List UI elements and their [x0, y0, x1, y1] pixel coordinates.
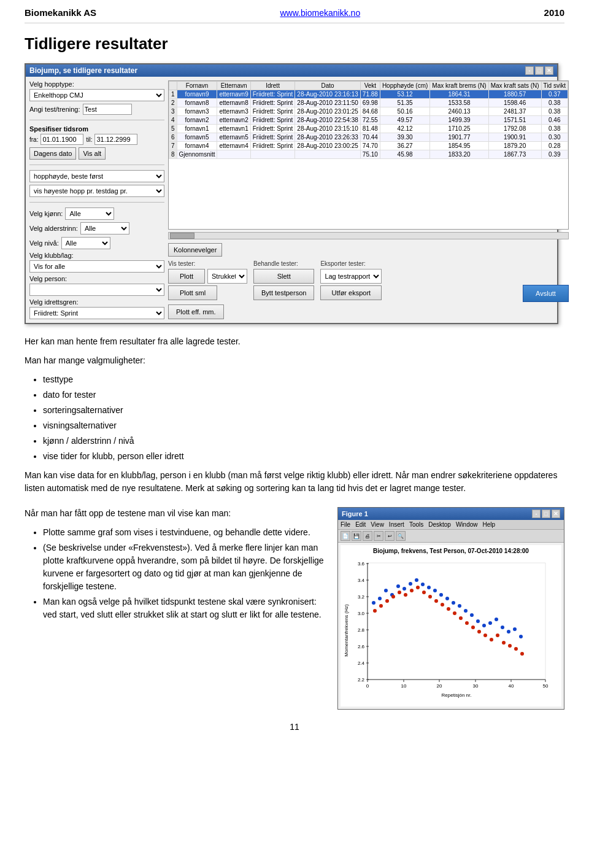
two-col-text: Når man har fått opp de testene man vil …: [25, 507, 325, 627]
angi-row: Angi test/trening:: [29, 104, 164, 115]
website-link[interactable]: www.biomekanikk.no: [280, 8, 360, 18]
bytt-testperson-button[interactable]: Bytt testperson: [253, 285, 314, 300]
menu-help[interactable]: Help: [483, 521, 496, 528]
horizontal-scrollbar[interactable]: [168, 232, 569, 239]
toolbar-btn-1[interactable]: 📄: [341, 531, 350, 541]
close-button[interactable]: ✕: [545, 66, 553, 75]
idrettsgren-group: Velg idrettsgren: Friidrett: Sprint: [29, 298, 164, 319]
utfor-eksport-button[interactable]: Utfør eksport: [320, 285, 382, 300]
kolonnevalger-button[interactable]: Kolonnevelger: [168, 243, 222, 257]
cell-fornavn: fornavn3: [177, 107, 217, 116]
svg-point-35: [384, 589, 388, 592]
toolbar-btn-2[interactable]: 💾: [352, 531, 361, 541]
idrettsgren-select[interactable]: Friidrett: Sprint: [29, 307, 164, 319]
year: 2010: [544, 7, 564, 18]
svg-text:50: 50: [543, 683, 549, 689]
plott-sml-button[interactable]: Plott sml: [168, 285, 217, 300]
table-row[interactable]: 7 fornavn4 etternavn4 Friidrett: Sprint …: [169, 142, 568, 150]
maximize-button[interactable]: □: [535, 66, 544, 75]
klubb-group: Velg klubb/lag: Vis for alle: [29, 252, 164, 273]
toolbar-btn-6[interactable]: 🔍: [396, 531, 406, 541]
toolbar-btn-3[interactable]: 🖨: [363, 531, 372, 541]
col-header-kraft-brems: Max kraft brems (N): [430, 82, 488, 90]
cell-fornavn: fornavn5: [177, 133, 217, 142]
chart-minimize[interactable]: -: [532, 510, 541, 518]
niva-select[interactable]: Alle: [61, 237, 110, 249]
dialog-titlebar-buttons: - □ ✕: [525, 66, 553, 75]
scatter-plot: 2.2 2.4 2.6 2.8 3.0 3.2 3.4 3.6 0 10: [343, 557, 552, 704]
svg-point-54: [501, 626, 504, 629]
bullets-list: testtypedato for testersorteringsalterna…: [43, 373, 564, 463]
cell-idrett: Friidrett: Sprint: [250, 99, 295, 107]
klubb-select[interactable]: Vis for alle: [29, 260, 164, 273]
hopptype-select[interactable]: Enkelthopp CMJ: [29, 89, 164, 101]
table-row[interactable]: 1 fornavn9 etternavn9 Friidrett: Sprint …: [169, 90, 568, 99]
minimize-button[interactable]: -: [525, 66, 534, 75]
sort2-select[interactable]: vis høyeste hopp pr. testdag pr.: [29, 185, 164, 197]
chart-maximize[interactable]: □: [542, 510, 550, 518]
cell-vekt: 70.44: [360, 133, 380, 142]
kjonn-select[interactable]: Alle: [65, 207, 114, 220]
svg-point-73: [465, 621, 469, 625]
cell-hopp: 53.12: [380, 90, 429, 99]
til-input[interactable]: [94, 134, 137, 145]
table-row[interactable]: 5 fornavn1 etternavn1 Friidrett: Sprint …: [169, 125, 568, 133]
menu-window[interactable]: Window: [456, 521, 478, 528]
dagens-dato-button[interactable]: Dagens dato: [29, 147, 76, 160]
separator2: [29, 165, 164, 165]
table-row[interactable]: 6 fornavn5 etternavn5 Friidrett: Sprint …: [169, 133, 568, 142]
svg-text:2.8: 2.8: [358, 627, 365, 633]
svg-text:Momentanfrekvens (Hz): Momentanfrekvens (Hz): [344, 604, 349, 657]
slett-button[interactable]: Slett: [253, 269, 314, 284]
cell-idrett: [250, 150, 295, 159]
cell-etternavn: etternavn5: [217, 133, 250, 142]
svg-text:40: 40: [509, 683, 514, 689]
results-table: Fornavn Etternavn Idrett Dato Vekt Hopph…: [169, 81, 568, 159]
cell-idrett: Friidrett: Sprint: [250, 142, 295, 150]
niva-label: Velg nivå:: [29, 239, 59, 247]
menu-insert[interactable]: Insert: [389, 521, 404, 528]
menu-tools[interactable]: Tools: [409, 521, 423, 528]
plott-button[interactable]: Plott: [168, 269, 205, 284]
eksporter-tester-label: Eksporter tester:: [320, 260, 382, 267]
table-row[interactable]: 8 Gjennomsnitt 75.10 45.98 1833.20 1867.…: [169, 150, 568, 159]
list-item: dato for tester: [43, 389, 564, 401]
vis-alt-button[interactable]: Vis alt: [79, 147, 106, 160]
plott-eff-button[interactable]: Plott eff. mm.: [168, 304, 224, 319]
svg-point-62: [398, 591, 401, 594]
svg-point-58: [373, 609, 377, 613]
svg-point-76: [483, 634, 487, 637]
svg-point-80: [508, 644, 512, 648]
lag-testrapport-select[interactable]: Lag testrapport: [320, 269, 382, 284]
fra-input[interactable]: [40, 134, 83, 145]
menu-desktop[interactable]: Desktop: [428, 521, 451, 528]
menu-file[interactable]: File: [341, 521, 350, 528]
cell-kraft-brems: 2460.13: [430, 107, 488, 116]
intro-text: Her kan man hente frem resultater fra al…: [25, 335, 564, 348]
sort1-select[interactable]: hopphøyde, beste først: [29, 170, 164, 182]
row-num: 4: [169, 116, 177, 125]
angi-test-input[interactable]: [83, 104, 132, 115]
chart-close[interactable]: ✕: [552, 510, 560, 518]
fra-label: fra:: [29, 136, 38, 143]
svg-point-70: [447, 607, 450, 611]
avslutt-button[interactable]: Avslutt: [523, 285, 569, 302]
strukket-select[interactable]: Strukket: [207, 269, 247, 284]
cell-dato: 28-Aug-2010 23:15:10: [295, 125, 361, 133]
scrollbar-thumb[interactable]: [170, 233, 194, 239]
svg-point-74: [471, 626, 475, 629]
svg-point-46: [452, 601, 455, 605]
menu-edit[interactable]: Edit: [355, 521, 366, 528]
cell-hopp: 39.30: [380, 133, 429, 142]
kolonnevalger-row: Kolonnevelger: [168, 242, 569, 258]
person-select[interactable]: [29, 284, 164, 296]
table-row[interactable]: 4 fornavn2 etternavn2 Friidrett: Sprint …: [169, 116, 568, 125]
toolbar-btn-4[interactable]: ✂: [374, 531, 383, 541]
toolbar-btn-5[interactable]: ↩: [385, 531, 395, 541]
table-row[interactable]: 2 fornavn8 etternavn8 Friidrett: Sprint …: [169, 99, 568, 107]
angi-test-label: Angi test/trening:: [29, 106, 80, 113]
cell-etternavn: etternavn4: [217, 142, 250, 150]
menu-view[interactable]: View: [371, 521, 384, 528]
table-row[interactable]: 3 fornavn3 etternavn3 Friidrett: Sprint …: [169, 107, 568, 116]
alderstrinn-select[interactable]: Alle: [80, 222, 129, 234]
